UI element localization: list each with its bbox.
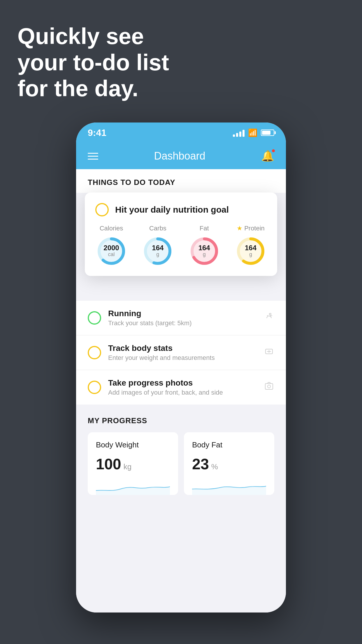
body-fat-value: 23 xyxy=(192,455,209,473)
nutrition-task-label: Hit your daily nutrition goal xyxy=(115,205,229,215)
calories-donut: 2000 cal xyxy=(95,235,127,267)
signal-icon xyxy=(233,129,245,137)
protein-unit: g xyxy=(245,251,256,258)
body-weight-unit: kg xyxy=(124,462,131,471)
nutrition-task-row: Hit your daily nutrition goal xyxy=(95,203,267,216)
app-header: Dashboard 🔔 xyxy=(76,143,286,169)
wifi-icon: 📶 xyxy=(248,128,257,137)
nutrition-card: Hit your daily nutrition goal Calories 2… xyxy=(85,192,277,276)
svg-point-15 xyxy=(268,385,270,388)
status-icons: 📶 xyxy=(233,128,274,137)
headline: Quickly see your to-do list for the day. xyxy=(17,23,169,102)
task-list: Running Track your stats (target: 5km) T… xyxy=(76,301,286,405)
progress-title: MY PROGRESS xyxy=(88,416,274,425)
carbs-donut: 164 g xyxy=(142,235,174,267)
body-stats-name: Track body stats xyxy=(108,344,257,353)
nutrition-calories: Calories 2000 cal xyxy=(95,225,127,267)
body-fat-sparkline xyxy=(192,477,266,495)
task-progress-photos[interactable]: Take progress photos Add images of your … xyxy=(76,370,286,405)
status-time: 9:41 xyxy=(88,127,106,138)
fat-unit: g xyxy=(198,251,210,258)
body-weight-value: 100 xyxy=(96,455,121,473)
nutrition-circle-check[interactable] xyxy=(95,203,109,216)
body-weight-card[interactable]: Body Weight 100 kg xyxy=(88,432,178,495)
phone-mockup: 9:41 📶 Dashboard 🔔 THINGS TO xyxy=(76,123,286,612)
nutrition-fat: Fat 164 g xyxy=(188,225,220,267)
nutrition-protein: ★ Protein 164 g xyxy=(235,225,267,267)
calories-value: 2000 xyxy=(103,244,119,251)
body-stats-info: Track body stats Enter your weight and m… xyxy=(108,344,257,362)
protein-label-row: ★ Protein xyxy=(237,225,265,232)
body-fat-card[interactable]: Body Fat 23 % xyxy=(184,432,274,495)
things-section-title: THINGS TO DO TODAY xyxy=(88,178,274,187)
running-sub: Track your stats (target: 5km) xyxy=(108,319,257,327)
calories-label: Calories xyxy=(100,225,123,232)
body-fat-value-row: 23 % xyxy=(192,455,266,473)
photos-info: Take progress photos Add images of your … xyxy=(108,378,257,396)
nutrition-grid: Calories 2000 cal xyxy=(95,225,267,267)
body-fat-title: Body Fat xyxy=(192,440,266,449)
fat-donut: 164 g xyxy=(188,235,220,267)
notification-bell-icon[interactable]: 🔔 xyxy=(261,150,274,162)
photos-circle-check[interactable] xyxy=(88,381,101,394)
body-weight-title: Body Weight xyxy=(96,440,170,449)
running-name: Running xyxy=(108,309,257,318)
body-stats-icon xyxy=(264,346,274,359)
task-body-stats[interactable]: Track body stats Enter your weight and m… xyxy=(76,335,286,370)
star-icon: ★ xyxy=(237,225,242,232)
photos-icon xyxy=(264,381,274,394)
running-circle-check[interactable] xyxy=(88,311,101,325)
photos-name: Take progress photos xyxy=(108,378,257,388)
hamburger-menu[interactable] xyxy=(88,153,98,160)
task-running[interactable]: Running Track your stats (target: 5km) xyxy=(76,301,286,335)
protein-label: Protein xyxy=(244,225,265,232)
body-weight-value-row: 100 kg xyxy=(96,455,170,473)
nutrition-carbs: Carbs 164 g xyxy=(142,225,174,267)
phone-content: THINGS TO DO TODAY Hit your daily nutrit… xyxy=(76,169,286,612)
protein-value: 164 xyxy=(245,244,256,251)
progress-section: MY PROGRESS Body Weight 100 kg xyxy=(76,405,286,501)
notification-dot xyxy=(271,149,275,153)
body-stats-circle-check[interactable] xyxy=(88,346,101,359)
header-title: Dashboard xyxy=(154,150,205,162)
body-weight-sparkline xyxy=(96,477,170,495)
protein-donut: 164 g xyxy=(235,235,267,267)
running-info: Running Track your stats (target: 5km) xyxy=(108,309,257,327)
battery-icon xyxy=(261,130,274,136)
photos-sub: Add images of your front, back, and side xyxy=(108,389,257,396)
status-bar: 9:41 📶 xyxy=(76,123,286,143)
svg-rect-14 xyxy=(265,384,273,389)
carbs-value: 164 xyxy=(152,244,164,251)
svg-point-12 xyxy=(269,313,271,315)
things-section-header: THINGS TO DO TODAY xyxy=(76,169,286,193)
fat-label: Fat xyxy=(200,225,209,232)
calories-unit: cal xyxy=(103,251,119,258)
body-fat-unit: % xyxy=(211,462,218,471)
body-stats-sub: Enter your weight and measurements xyxy=(108,354,257,362)
fat-value: 164 xyxy=(198,244,210,251)
carbs-label: Carbs xyxy=(149,225,166,232)
running-icon xyxy=(264,312,274,325)
carbs-unit: g xyxy=(152,251,164,258)
progress-cards: Body Weight 100 kg Body Fat xyxy=(88,432,274,495)
